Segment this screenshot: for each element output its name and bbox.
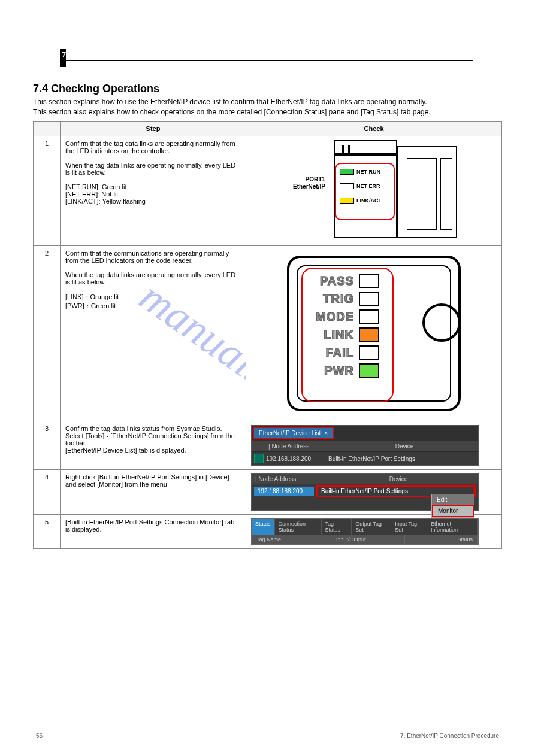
col-node-address: | Node Address: [252, 474, 319, 484]
led-net-run: [340, 169, 354, 175]
step-desc: Confirm that the communications are oper…: [61, 246, 246, 421]
th-step: Step: [61, 122, 246, 136]
col-device: Device: [319, 474, 478, 484]
led-pwr-label: PWR: [307, 364, 354, 378]
led-pass-label: PASS: [307, 274, 354, 288]
close-icon[interactable]: ×: [324, 430, 328, 436]
device-list-panel: EtherNet/IP Device List × | Node Address…: [251, 425, 479, 466]
section-sub-2: This section also explains how to check …: [33, 108, 502, 116]
tab-output-tag-set[interactable]: Output Tag Set: [352, 519, 391, 535]
step-figure: PASS TRIG MODE: [246, 246, 502, 421]
step-desc-body: Right-click [Built-in EtherNet/IP Port S…: [65, 473, 229, 488]
device-name: Built-in EtherNet/IP Port Settings: [328, 456, 476, 462]
tab-connection-status[interactable]: Connection Status: [275, 519, 322, 535]
menu-item-monitor[interactable]: Monitor: [432, 505, 474, 517]
context-menu: Edit Monitor: [431, 494, 474, 518]
step-figure: | Node Address Device 192.168.188.200 Bu…: [246, 470, 502, 515]
section-title: 7.4 Checking Operations: [33, 83, 502, 95]
led-net-err-label: NET ERR: [356, 183, 380, 189]
led-net-err: [340, 183, 354, 189]
led-fail-label: FAIL: [307, 346, 354, 360]
menu-item-edit[interactable]: Edit: [432, 494, 474, 505]
step-figure: Status Connection Status Tag Status Outp…: [246, 515, 502, 549]
step-desc: [Built-in EtherNet/IP Port Settings Conn…: [61, 515, 246, 549]
led-link-act-label: LINK/ACT: [356, 198, 382, 204]
tab-ethernetip-device-list[interactable]: EtherNet/IP Device List ×: [254, 428, 333, 438]
table-row[interactable]: 192.168.188.200 Built-in EtherNet/IP Por…: [252, 452, 478, 465]
step-desc-title: Confirm that the tag data links are oper…: [65, 140, 235, 154]
round-button-icon: [422, 303, 461, 342]
step-desc-body: When the tag data links are operating no…: [65, 162, 235, 205]
th-blank: [34, 122, 61, 136]
step-number: 4: [34, 470, 61, 515]
step-number: 2: [34, 246, 61, 421]
step-desc: Confirm that the tag data links are oper…: [61, 136, 246, 246]
step-number: 5: [34, 515, 61, 549]
step-figure: EtherNet/IP Device List × | Node Address…: [246, 421, 502, 470]
tab-highlight-box: EtherNet/IP Device List ×: [253, 427, 334, 439]
th-check: Check: [246, 122, 502, 136]
connection-monitor-panel: Status Connection Status Tag Status Outp…: [251, 518, 479, 545]
led-link: [359, 327, 379, 342]
section-sub-1: This section explains how to use the Eth…: [33, 98, 502, 106]
step-number: 1: [34, 136, 61, 246]
led-link-label: LINK: [307, 328, 354, 342]
node-ip: 192.168.188.200: [266, 456, 326, 462]
led-net-run-label: NET RUN: [356, 169, 380, 175]
col-node-address: | Node Address: [265, 441, 331, 451]
col-input-output: Input/Output: [331, 535, 404, 544]
reader-status-panel: PASS TRIG MODE: [275, 250, 473, 417]
chapter-number: 7: [62, 50, 66, 59]
device-list-context-menu: | Node Address Device 192.168.188.200 Bu…: [251, 473, 479, 511]
tab-ethernet-information[interactable]: Ethernet Information: [427, 519, 478, 535]
step-number: 3: [34, 421, 61, 470]
led-mode-label: MODE: [307, 310, 354, 324]
led-trig-label: TRIG: [307, 292, 354, 306]
table-row[interactable]: 192.168.188.200 Built-in EtherNet/IP Por…: [252, 484, 478, 498]
node-ip: 192.168.188.200: [254, 487, 314, 496]
tab-status[interactable]: Status: [252, 519, 275, 535]
step-desc-body: Select [Tools] - [EtherNet/IP Connection…: [65, 432, 235, 454]
step-desc: Confirm the tag data links status from S…: [61, 421, 246, 470]
step-desc-title: Confirm the tag data links status from S…: [65, 425, 222, 432]
led-fail: [359, 345, 379, 360]
step-desc: Right-click [Built-in EtherNet/IP Port S…: [61, 470, 246, 515]
col-tag-name: Tag Name: [252, 535, 331, 544]
tab-tag-status[interactable]: Tag Status: [322, 519, 352, 535]
tab-input-tag-set[interactable]: Input Tag Set: [391, 519, 427, 535]
port-label: PORT1 EtherNet/IP: [293, 176, 325, 190]
device-icon: [254, 454, 264, 463]
led-trig: [359, 292, 379, 306]
step-desc-title: Confirm that the communications are oper…: [65, 250, 229, 264]
led-pwr: [359, 363, 379, 378]
led-mode: [359, 309, 379, 324]
tab-label: EtherNet/IP Device List: [259, 430, 321, 436]
step-figure: PORT1 EtherNet/IP NET RUN NET ERR: [246, 136, 502, 246]
step-desc-body: When the tag data links are operating no…: [65, 271, 235, 309]
page-number: 56: [36, 733, 43, 739]
header-rule: [66, 60, 473, 61]
led-pass: [359, 274, 379, 288]
step-desc-body: [Built-in EtherNet/IP Port Settings Conn…: [65, 518, 234, 533]
controller-led-diagram: PORT1 EtherNet/IP NET RUN NET ERR: [269, 140, 479, 242]
procedure-table: Step Check 1 Confirm that the tag data l…: [33, 121, 502, 549]
col-device: Device: [331, 441, 478, 451]
col-status: Status: [405, 535, 478, 544]
led-link-act: [340, 198, 354, 204]
footer-title: 7. EtherNet/IP Connection Procedure: [400, 733, 499, 739]
